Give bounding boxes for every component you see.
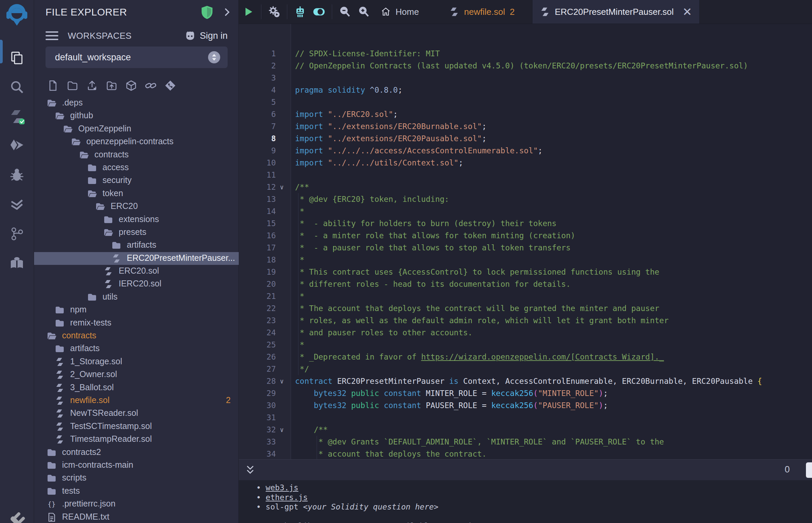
- code-line-2: 2// OpenZeppelin Contracts (last updated…: [239, 60, 812, 72]
- clone-git-icon[interactable]: [163, 78, 177, 93]
- tree-item-1-storage-sol[interactable]: 1_Storage.sol: [34, 356, 239, 368]
- tree-item-artifacts[interactable]: artifacts: [34, 342, 239, 355]
- file-explorer-icon[interactable]: [0, 43, 34, 72]
- tree-item-npm[interactable]: npm: [34, 304, 239, 317]
- folder-icon: [111, 240, 121, 250]
- folder-open-icon: [63, 124, 73, 134]
- line-number: 10: [239, 157, 276, 169]
- code-text: *: [295, 254, 304, 266]
- upload-folder-icon[interactable]: [105, 78, 118, 93]
- tree-item-remix-tests[interactable]: remix-tests: [34, 317, 239, 329]
- line-number: 9: [239, 145, 276, 157]
- tree-item-scripts[interactable]: scripts: [34, 472, 239, 485]
- tree-item-newfile-sol[interactable]: newfile.sol2: [34, 394, 239, 407]
- upload-file-icon[interactable]: [85, 78, 99, 93]
- collapse-panel-icon[interactable]: [222, 7, 232, 18]
- search-icon[interactable]: [0, 72, 34, 102]
- tree-item-extensions[interactable]: extensions: [34, 213, 239, 226]
- tree-item-token[interactable]: token: [34, 187, 239, 200]
- home-icon: [381, 7, 391, 17]
- unit-testing-icon[interactable]: [0, 190, 34, 219]
- sol-file-icon: [55, 357, 65, 367]
- plug-icon[interactable]: [7, 511, 26, 523]
- tree-item-label: remix-tests: [70, 318, 111, 327]
- ipfs-cube-icon[interactable]: [124, 78, 138, 93]
- code-text: * roles, as well as the default admin ro…: [295, 314, 669, 327]
- tree-item-tests[interactable]: tests: [34, 485, 239, 498]
- tree-item-contracts[interactable]: contracts: [34, 329, 239, 342]
- tree-item-label: NewTSReader.sol: [70, 408, 138, 418]
- workspace-select[interactable]: default_workspace: [46, 47, 228, 68]
- zoom-in-icon[interactable]: [354, 0, 373, 23]
- fold-chevron-icon[interactable]: ∨: [280, 375, 289, 387]
- terminal-library-link[interactable]: web3.js: [266, 483, 298, 492]
- tree-item-newtsreader-sol[interactable]: NewTSReader.sol: [34, 407, 239, 420]
- tree-item-presets[interactable]: presets: [34, 226, 239, 239]
- workspaces-menu-icon[interactable]: [46, 29, 58, 42]
- tree-item-openzeppelin-contracts[interactable]: openzeppelin-contracts: [34, 136, 239, 148]
- close-tab-icon[interactable]: ✕: [683, 7, 692, 17]
- solidity-file-icon: [449, 7, 459, 17]
- tree-item-erc20[interactable]: ERC20: [34, 200, 239, 213]
- tree-item-timestampreader-sol[interactable]: TimestampReader.sol: [34, 433, 239, 446]
- tree-item-contracts2[interactable]: contracts2: [34, 446, 239, 459]
- solidity-compiler-icon[interactable]: [0, 102, 34, 131]
- terminal-collapse-icon[interactable]: [244, 462, 256, 477]
- tree-item-readme-txt[interactable]: README.txt: [34, 511, 239, 523]
- debugger-icon[interactable]: [0, 160, 34, 190]
- tree-item-icm-contracts-main[interactable]: icm-contracts-main: [34, 459, 239, 472]
- tab-newfile-sol[interactable]: newfile.sol 2: [442, 0, 522, 23]
- line-number: 16: [239, 230, 276, 241]
- terminal-listen-count: 0: [785, 464, 790, 475]
- code-line-30: 30 bytes32 public constant PAUSER_ROLE =…: [239, 399, 812, 412]
- tree-item-erc20-sol[interactable]: ERC20.sol: [34, 265, 239, 278]
- tree-item-openzeppelin[interactable]: OpenZeppelin: [34, 123, 239, 136]
- new-folder-icon[interactable]: [66, 78, 79, 93]
- terminal-search-box-partial[interactable]: [806, 462, 812, 478]
- link-icon[interactable]: [144, 78, 158, 93]
- remix-logo[interactable]: [6, 3, 28, 26]
- tree-item-2-owner-sol[interactable]: 2_Owner.sol: [34, 368, 239, 381]
- sol-file-icon: [55, 434, 65, 445]
- new-file-icon[interactable]: [46, 78, 60, 93]
- code-text: * The account that deploys the contract …: [295, 302, 659, 314]
- git-icon[interactable]: [0, 219, 34, 248]
- tree-item-label: artifacts: [127, 240, 157, 250]
- shield-icon[interactable]: [201, 6, 213, 19]
- workspace-caret-icon: [208, 51, 220, 64]
- ai-robot-icon[interactable]: [291, 0, 310, 23]
- line-number: 17: [239, 241, 276, 254]
- run-script-button[interactable]: [239, 0, 258, 23]
- line-number: 18: [239, 254, 276, 266]
- tree-item-access[interactable]: access: [34, 161, 239, 174]
- tab-erc20presetminterpauser-sol[interactable]: ERC20PresetMinterPauser.sol ✕: [532, 0, 700, 23]
- ai-toggle[interactable]: [310, 0, 329, 23]
- tree-item-ierc20-sol[interactable]: IERC20.sol: [34, 278, 239, 290]
- code-editor[interactable]: 1// SPDX-License-Identifier: MIT2// Open…: [239, 24, 812, 459]
- terminal-library-link[interactable]: ethers.js: [266, 493, 308, 502]
- terminal-output[interactable]: •web3.js•ethers.js•sol-gpt <your Solidit…: [239, 480, 812, 523]
- sign-in-button[interactable]: Sign in: [184, 30, 228, 41]
- tree-item-3-ballot-sol[interactable]: 3_Ballot.sol: [34, 381, 239, 394]
- tree-item-artifacts[interactable]: artifacts: [34, 239, 239, 252]
- tree-item-contracts[interactable]: contracts: [34, 149, 239, 161]
- line-number: 30: [239, 399, 276, 412]
- deploy-run-icon[interactable]: [0, 131, 34, 160]
- tree-item--deps[interactable]: .deps: [34, 97, 239, 109]
- tree-item-utils[interactable]: utils: [34, 291, 239, 304]
- fold-chevron-icon[interactable]: ∨: [280, 181, 289, 193]
- line-number: 8: [239, 132, 276, 145]
- fold-chevron-icon[interactable]: ∨: [280, 423, 289, 436]
- plugin-manager-icon[interactable]: [0, 248, 34, 278]
- tree-item-security[interactable]: security: [34, 174, 239, 187]
- tree-item-github[interactable]: github: [34, 109, 239, 122]
- tree-item-erc20presetminterpauser-[interactable]: ERC20PresetMinterPauser...: [34, 252, 239, 265]
- tree-item--prettierrc-json[interactable]: {}.prettierrc.json: [34, 498, 239, 510]
- folder-open-icon: [71, 137, 81, 147]
- doc-file-icon: [47, 512, 57, 522]
- line-number: 2: [239, 60, 276, 72]
- tab-home[interactable]: Home: [373, 0, 426, 23]
- zoom-out-icon[interactable]: [336, 0, 354, 23]
- tree-item-testsctimestamp-sol[interactable]: TestSCTimestamp.sol: [34, 420, 239, 433]
- script-config-gears-icon[interactable]: [265, 0, 284, 23]
